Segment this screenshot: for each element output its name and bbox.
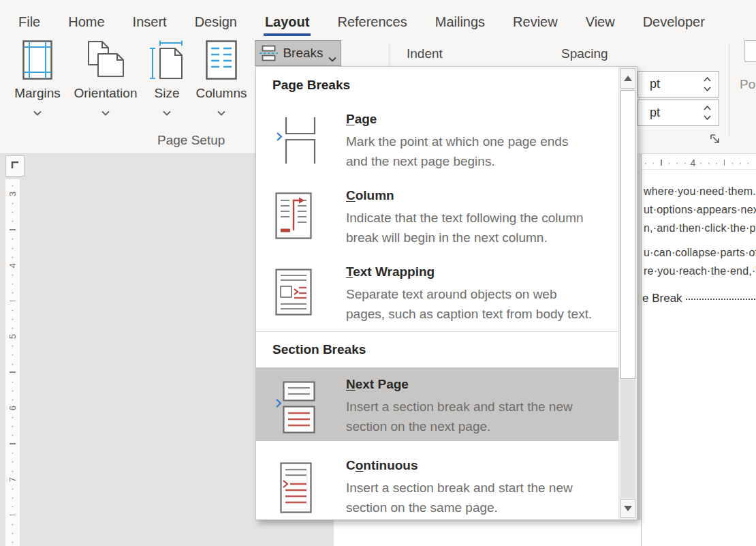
chevron-down-icon [217, 104, 225, 110]
margins-label: Margins [14, 86, 61, 100]
triangle-up-icon [624, 76, 632, 81]
menu-item-continuous[interactable]: Continuous Insert a section break and st… [256, 449, 618, 521]
section-breaks-header: Section Breaks [272, 342, 366, 357]
menu-item-description: Insert a section break and start the new… [346, 397, 573, 436]
columns-icon [206, 40, 237, 84]
position-label: Po [740, 77, 755, 92]
spacing-label: Spacing [561, 46, 608, 61]
chevron-down-icon [328, 50, 336, 56]
tab-design[interactable]: Design [195, 14, 237, 30]
menu-separator [256, 331, 618, 332]
word-window: FileHomeInsertDesignLayoutReferencesMail… [0, 0, 756, 546]
page-setup-group-label: Page Setup [157, 133, 225, 148]
group-divider [729, 43, 729, 137]
columns-label: Columns [196, 86, 247, 100]
section-break-marker: e Break [642, 292, 755, 305]
spinner-arrows[interactable] [704, 106, 719, 120]
spacing-after-input[interactable]: pt [637, 100, 719, 126]
tab-file[interactable]: File [18, 14, 40, 30]
menu-item-description: Insert a section break and start the new… [346, 478, 573, 517]
column-break-icon [275, 192, 319, 254]
orientation-button[interactable]: Orientation [68, 40, 143, 110]
menu-item-text-wrapping[interactable]: Text Wrapping Separate text around objec… [256, 255, 618, 330]
break-marker-label: e Break [642, 292, 682, 305]
scroll-down-button[interactable] [620, 499, 635, 518]
page-break-icon [275, 116, 319, 177]
dialog-launcher-icon[interactable] [708, 132, 722, 146]
tab-insert[interactable]: Insert [133, 14, 167, 30]
next-page-icon [275, 381, 319, 441]
position-button[interactable]: Po [740, 40, 756, 92]
size-button[interactable]: Size [144, 40, 189, 110]
scrollbar-thumb[interactable] [620, 90, 635, 379]
menu-item-page[interactable]: Page Mark the point at which one page en… [256, 102, 618, 177]
document-text-line: where·you·need·them.·To [644, 182, 756, 200]
page-breaks-header: Page Breaks [272, 78, 350, 93]
menu-item-title: Continuous [346, 458, 573, 473]
menu-bar: FileHomeInsertDesignLayoutReferencesMail… [0, 0, 756, 36]
orientation-label: Orientation [74, 86, 138, 100]
position-icon [744, 40, 756, 62]
breaks-button[interactable]: Breaks [255, 40, 341, 66]
document-text-line: u·can·collapse·parts·of·the [644, 243, 756, 262]
spacing-after-unit: pt [638, 106, 660, 120]
continuous-icon [275, 462, 319, 521]
left-tab-icon [9, 159, 21, 174]
document-page-bottom[interactable] [334, 520, 641, 546]
tab-view[interactable]: View [586, 14, 615, 30]
tab-selector[interactable] [5, 155, 25, 177]
orientation-icon [86, 40, 125, 84]
menu-item-description: Mark the point at which one page ends an… [346, 132, 568, 171]
breaks-label: Breaks [283, 46, 323, 61]
menu-item-column[interactable]: Column Indicate that the text following … [256, 179, 618, 254]
tab-references[interactable]: References [337, 14, 407, 30]
menu-item-title: Text Wrapping [346, 264, 592, 279]
columns-button[interactable]: Columns [191, 40, 252, 110]
document-page[interactable]: ·····4······ where·you·need·them.·Tout·o… [641, 154, 756, 546]
triangle-down-icon [624, 506, 632, 511]
margins-button[interactable]: Margins [7, 40, 68, 110]
tab-home[interactable]: Home [68, 14, 104, 30]
vertical-ruler: ·3······4······5······6······7······ [5, 179, 20, 546]
spacing-before-unit: pt [638, 77, 660, 91]
tab-mailings[interactable]: Mailings [435, 14, 485, 30]
document-text-line: ut·options·appears·next·to [644, 200, 756, 219]
chevron-down-icon [101, 104, 110, 110]
spinner-arrows[interactable] [704, 77, 719, 91]
breaks-icon [259, 45, 278, 61]
menu-item-description: Indicate that the text following the col… [346, 208, 584, 247]
tab-layout[interactable]: Layout [265, 14, 310, 30]
spacing-before-input[interactable]: pt [637, 71, 719, 97]
chevron-down-icon [163, 104, 171, 110]
document-text-line: re·you·reach·the·end,·Wo [644, 262, 756, 280]
document-text-line: n,·and·then·click·the·plus [644, 219, 756, 237]
scroll-up-button[interactable] [620, 68, 635, 89]
menu-item-title: Next Page [346, 377, 573, 392]
menu-item-title: Column [346, 188, 584, 203]
menu-item-title: Page [346, 112, 568, 127]
tab-developer[interactable]: Developer [643, 14, 705, 30]
size-icon [149, 40, 185, 84]
size-label: Size [155, 86, 180, 100]
text-wrapping-icon [275, 269, 319, 330]
chevron-down-icon [33, 104, 42, 110]
break-marker-dots [686, 299, 755, 300]
indent-label: Indent [407, 46, 443, 61]
menu-scrollbar[interactable] [618, 67, 637, 519]
horizontal-ruler: ·····4······ [642, 156, 756, 170]
menu-item-description: Separate text around objects on web page… [346, 284, 592, 324]
margins-icon [22, 40, 52, 84]
document-text: where·you·need·them.·Tout·options·appear… [644, 182, 756, 280]
tab-review[interactable]: Review [513, 14, 558, 30]
scrollbar-track[interactable] [620, 380, 635, 498]
menu-item-next-page[interactable]: Next Page Insert a section break and sta… [256, 367, 618, 441]
breaks-dropdown-menu: Page Breaks Page Mark the point at which… [255, 66, 637, 520]
